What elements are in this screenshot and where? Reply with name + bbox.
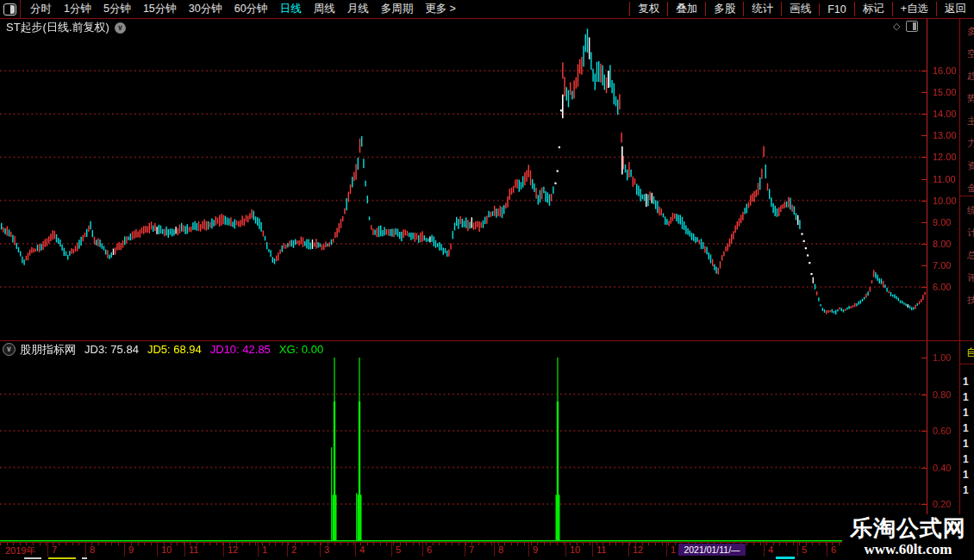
- date-minor-tick: [302, 543, 303, 545]
- month-boundary-line: [565, 543, 566, 557]
- indicator-axis-label: 0.40: [933, 463, 951, 473]
- toolbar-period-9[interactable]: 多周期: [375, 2, 420, 16]
- date-minor-tick: [138, 543, 139, 545]
- price-axis-tick: [921, 222, 927, 223]
- sidebar-quote-digit: 1: [963, 374, 969, 389]
- price-axis-tick: [921, 244, 927, 245]
- sidebar-quote-digit: 1: [963, 436, 969, 451]
- clipped-row-fragment: [82, 557, 87, 559]
- sidebar-tab-fragment[interactable]: 趋: [967, 71, 974, 82]
- sidebar-quote-digit: 1: [963, 420, 969, 436]
- diamond-icon[interactable]: ◇: [893, 21, 900, 32]
- sidebar-quote-digit: 1: [963, 451, 969, 467]
- sidebar-tab-fragment[interactable]: 空: [967, 48, 974, 59]
- sidebar-tab-fragment[interactable]: 计: [967, 227, 974, 239]
- indicator-param-JD5: JD5: 68.94: [147, 343, 202, 356]
- toolbar-period-0[interactable]: 分时: [24, 2, 58, 16]
- date-minor-tick: [380, 543, 381, 545]
- sidebar-tab-fragment[interactable]: 主: [967, 115, 974, 127]
- toolbar-period-4[interactable]: 30分钟: [183, 2, 228, 16]
- month-boundary-line: [422, 543, 423, 557]
- toolbar-period-7[interactable]: 周线: [308, 2, 341, 16]
- toolbar-period-5[interactable]: 60分钟: [228, 2, 274, 16]
- date-minor-tick: [452, 543, 453, 545]
- chart-title-text: ST起步(日线.前复权): [6, 20, 109, 35]
- indicator-axis-tick: [921, 395, 927, 395]
- date-minor-tick: [40, 543, 41, 545]
- toolbar-action-3[interactable]: 统计: [743, 2, 781, 16]
- month-boundary-line: [320, 543, 321, 557]
- toolbar-action-2[interactable]: 多股: [705, 2, 743, 16]
- sidebar-tab-fragment[interactable]: 技: [967, 295, 974, 306]
- sidebar-tab-fragment[interactable]: 统: [967, 205, 974, 216]
- toolbar-period-8[interactable]: 月线: [341, 2, 375, 16]
- date-minor-tick: [583, 543, 584, 545]
- indicator-collapse-icon[interactable]: ∨: [3, 343, 16, 356]
- toolbar-period-10[interactable]: 更多 >: [419, 2, 462, 16]
- price-axis-label: 15.00: [933, 87, 957, 97]
- date-axis-label: 5: [396, 544, 401, 555]
- toolbar-action-0[interactable]: 复权: [629, 2, 667, 16]
- month-boundary-line: [628, 543, 629, 557]
- toolbar-action-1[interactable]: 叠加: [667, 2, 705, 16]
- watermark-site-name: 乐淘公式网: [850, 517, 966, 541]
- date-minor-tick: [564, 543, 565, 545]
- price-axis-tick: [921, 92, 927, 93]
- right-sidebar[interactable]: 多空趋势主力资金统计总评技 自 11111111: [959, 19, 974, 560]
- date-minor-tick: [419, 543, 420, 545]
- month-boundary-line: [528, 543, 529, 557]
- indicator-canvas[interactable]: [0, 341, 927, 543]
- sidebar-tab-fragment[interactable]: 总: [967, 250, 974, 261]
- date-axis-label: 11: [189, 544, 198, 555]
- toolbar-period-3[interactable]: 15分钟: [137, 2, 183, 16]
- date-axis-label: 8: [498, 544, 503, 555]
- toolbar-period-2[interactable]: 5分钟: [97, 2, 137, 16]
- date-axis-label: 9: [128, 544, 134, 555]
- date-minor-tick: [321, 543, 322, 545]
- title-chevron-down-icon[interactable]: ∨: [115, 22, 126, 34]
- toolbar-period-1[interactable]: 1分钟: [58, 2, 97, 16]
- sidebar-tab-fragment[interactable]: 多: [967, 26, 974, 37]
- toolbar-action-6[interactable]: 标记: [854, 2, 892, 16]
- toolbar-action-4[interactable]: 画线: [781, 2, 819, 16]
- date-minor-tick: [511, 543, 512, 545]
- indicator-name[interactable]: 股朋指标网: [20, 342, 76, 358]
- date-minor-tick: [367, 543, 368, 545]
- price-axis-label: 10.00: [933, 196, 957, 206]
- date-minor-tick: [386, 543, 387, 545]
- highlight-date-text: 2021/01/11/—: [684, 544, 740, 555]
- price-axis: 16.0015.0014.0013.0012.0011.0010.009.008…: [927, 19, 959, 340]
- sidebar-tab-fragment[interactable]: 金: [967, 183, 974, 194]
- date-minor-tick: [177, 543, 178, 545]
- sidebar-quote-digit: 1: [963, 482, 969, 498]
- price-axis-label: 12.00: [933, 152, 957, 162]
- month-boundary-line: [258, 543, 259, 557]
- toolbar-period-6[interactable]: 日线: [274, 2, 308, 16]
- sidebar-tab-fragment[interactable]: 势: [967, 93, 974, 104]
- sidebar-tab-fragment[interactable]: 评: [967, 272, 974, 283]
- indicator-param-JD10: JD10: 42.85: [210, 343, 271, 356]
- date-minor-tick: [753, 543, 754, 545]
- date-axis-label: 5: [802, 544, 807, 555]
- clipped-bottom-row: [0, 557, 974, 560]
- date-axis-label: 4: [359, 544, 365, 555]
- sidebar-quote-digit: 1: [963, 389, 969, 405]
- main-chart-canvas[interactable]: [0, 19, 927, 340]
- indicator-axis-label: 1.00: [933, 352, 951, 363]
- sidebar-tab-fragment[interactable]: 力: [967, 138, 974, 149]
- date-axis-label: 10: [570, 544, 580, 555]
- sidebar-vertical-tabs[interactable]: 多空趋势主力资金统计总评技: [963, 26, 974, 317]
- date-minor-tick: [812, 543, 813, 545]
- window-split-icon[interactable]: [3, 3, 16, 16]
- date-minor-tick: [655, 543, 656, 545]
- pane-window-icon[interactable]: [906, 21, 918, 32]
- indicator-param-XG: XG: 0.00: [279, 343, 323, 356]
- date-axis-label: 1: [671, 544, 676, 555]
- sidebar-quote-digit: 1: [963, 405, 969, 420]
- date-minor-tick: [269, 543, 270, 545]
- toolbar-action-8[interactable]: 返回: [936, 2, 974, 16]
- toolbar-action-5[interactable]: F10: [819, 3, 854, 16]
- sidebar-tab-active[interactable]: 自: [966, 345, 974, 360]
- toolbar-action-7[interactable]: +自选: [892, 2, 936, 16]
- sidebar-tab-fragment[interactable]: 资: [967, 160, 974, 171]
